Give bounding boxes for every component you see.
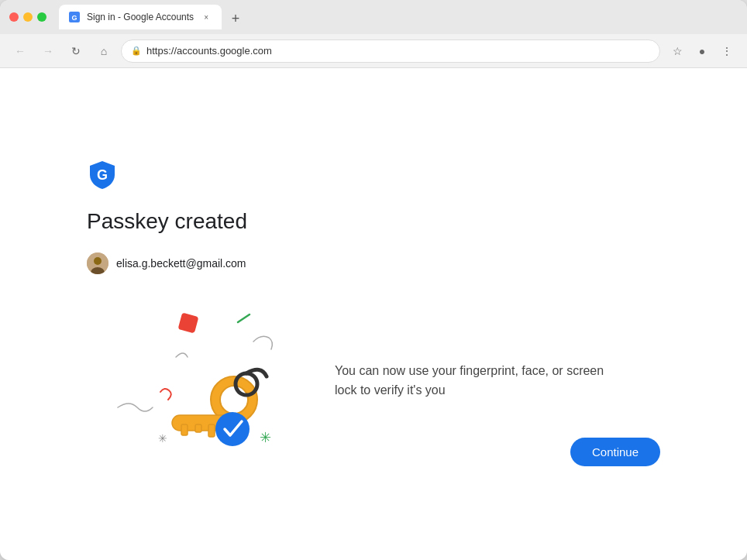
minimize-window-button[interactable] [23, 12, 33, 22]
tab-title: Sign in - Google Accounts [87, 12, 194, 22]
title-bar: G Sign in - Google Accounts × + [0, 0, 747, 34]
close-window-button[interactable] [9, 12, 19, 22]
page-content: G Passkey created elisa.g.beckett@gmail.… [0, 68, 747, 560]
svg-text:G: G [71, 14, 77, 22]
toolbar-actions: ☆ ● ⋮ [666, 40, 738, 62]
passkey-illustration: ✳ ✳ [87, 299, 304, 469]
tab-close-button[interactable]: × [200, 11, 212, 23]
active-tab[interactable]: G Sign in - Google Accounts × [59, 5, 222, 29]
user-row: elisa.g.beckett@gmail.com [87, 253, 660, 274]
menu-button[interactable]: ⋮ [716, 40, 738, 62]
svg-text:G: G [97, 167, 108, 183]
svg-rect-15 [208, 424, 215, 437]
continue-button[interactable]: Continue [570, 438, 660, 466]
forward-button[interactable]: → [37, 40, 59, 62]
reload-button[interactable]: ↻ [65, 40, 87, 62]
page-title: Passkey created [87, 209, 660, 234]
svg-text:✳: ✳ [260, 430, 271, 445]
bookmark-button[interactable]: ☆ [666, 40, 688, 62]
maximize-window-button[interactable] [37, 12, 46, 22]
back-button[interactable]: ← [9, 40, 31, 62]
google-shield-logo: G [87, 160, 118, 191]
lock-icon: 🔒 [131, 46, 142, 56]
tab-favicon-icon: G [68, 11, 81, 23]
button-row: Continue [335, 438, 660, 466]
tab-bar: G Sign in - Google Accounts × + [59, 5, 738, 29]
svg-rect-6 [178, 312, 199, 333]
svg-rect-14 [195, 424, 201, 432]
traffic-lights [9, 12, 46, 22]
browser-window: G Sign in - Google Accounts × + ← → ↻ ⌂ … [0, 0, 747, 560]
main-area: ✳ ✳ [87, 299, 660, 469]
address-bar[interactable]: 🔒 https://accounts.google.com [121, 40, 660, 63]
left-content: You can now use your fingerprint, face, … [335, 299, 660, 466]
svg-point-11 [220, 386, 248, 414]
description-text: You can now use your fingerprint, face, … [335, 361, 614, 400]
svg-line-7 [238, 314, 250, 322]
url-text: https://accounts.google.com [146, 45, 272, 57]
svg-rect-13 [181, 424, 188, 435]
card: G Passkey created elisa.g.beckett@gmail.… [40, 122, 707, 507]
svg-point-17 [215, 412, 250, 446]
user-email: elisa.g.beckett@gmail.com [116, 257, 246, 270]
svg-text:✳: ✳ [158, 432, 167, 445]
home-button[interactable]: ⌂ [93, 40, 115, 62]
svg-point-4 [94, 257, 102, 265]
new-tab-button[interactable]: + [225, 8, 246, 29]
toolbar: ← → ↻ ⌂ 🔒 https://accounts.google.com ☆ … [0, 34, 747, 68]
profile-button[interactable]: ● [691, 40, 713, 62]
avatar [87, 253, 108, 274]
